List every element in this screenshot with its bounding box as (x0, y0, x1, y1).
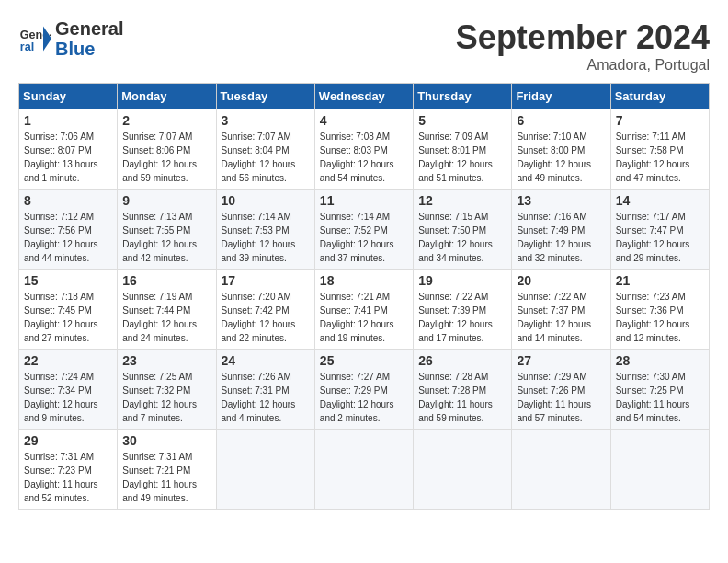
day-info: Sunrise: 7:21 AM Sunset: 7:41 PM Dayligh… (320, 290, 408, 345)
page-header: Gene- ral General Blue September 2024 Am… (18, 18, 710, 74)
week-row-1: 1 Sunrise: 7:06 AM Sunset: 8:07 PM Dayli… (19, 109, 710, 190)
day-info: Sunrise: 7:11 AM Sunset: 7:58 PM Dayligh… (616, 130, 704, 185)
day-28: 28 Sunrise: 7:30 AM Sunset: 7:25 PM Dayl… (610, 350, 709, 430)
day-info: Sunrise: 7:07 AM Sunset: 8:04 PM Dayligh… (222, 130, 310, 185)
day-info: Sunrise: 7:17 AM Sunset: 7:47 PM Dayligh… (616, 210, 704, 265)
day-info: Sunrise: 7:16 AM Sunset: 7:49 PM Dayligh… (517, 210, 605, 265)
day-9: 9 Sunrise: 7:13 AM Sunset: 7:55 PM Dayli… (118, 190, 216, 270)
day-30: 30 Sunrise: 7:31 AM Sunset: 7:21 PM Dayl… (118, 430, 216, 510)
header-tuesday: Tuesday (216, 84, 314, 109)
day-number: 28 (616, 353, 704, 368)
header-saturday: Saturday (610, 84, 709, 109)
day-24: 24 Sunrise: 7:26 AM Sunset: 7:31 PM Dayl… (216, 350, 314, 430)
day-info: Sunrise: 7:14 AM Sunset: 7:53 PM Dayligh… (222, 210, 310, 265)
day-info: Sunrise: 7:07 AM Sunset: 8:06 PM Dayligh… (122, 130, 210, 185)
day-26: 26 Sunrise: 7:28 AM Sunset: 7:28 PM Dayl… (414, 350, 512, 430)
day-number: 8 (24, 193, 112, 208)
day-5: 5 Sunrise: 7:09 AM Sunset: 8:01 PM Dayli… (414, 109, 512, 190)
day-number: 18 (320, 273, 408, 288)
day-1: 1 Sunrise: 7:06 AM Sunset: 8:07 PM Dayli… (19, 109, 118, 190)
day-info: Sunrise: 7:09 AM Sunset: 8:01 PM Dayligh… (418, 130, 506, 185)
header-monday: Monday (118, 84, 216, 109)
day-17: 17 Sunrise: 7:20 AM Sunset: 7:42 PM Dayl… (216, 270, 314, 350)
day-info: Sunrise: 7:13 AM Sunset: 7:55 PM Dayligh… (122, 210, 210, 265)
day-19: 19 Sunrise: 7:22 AM Sunset: 7:39 PM Dayl… (414, 270, 512, 350)
day-22: 22 Sunrise: 7:24 AM Sunset: 7:34 PM Dayl… (19, 350, 118, 430)
day-info: Sunrise: 7:31 AM Sunset: 7:21 PM Dayligh… (122, 450, 210, 505)
month-title: September 2024 (456, 18, 710, 57)
day-16: 16 Sunrise: 7:19 AM Sunset: 7:44 PM Dayl… (118, 270, 216, 350)
day-info: Sunrise: 7:22 AM Sunset: 7:39 PM Dayligh… (418, 290, 506, 345)
weekday-header-row: Sunday Monday Tuesday Wednesday Thursday… (19, 84, 710, 109)
logo: Gene- ral General Blue (18, 18, 123, 59)
empty-cell (216, 430, 314, 510)
title-area: September 2024 Amadora, Portugal (456, 18, 710, 74)
day-10: 10 Sunrise: 7:14 AM Sunset: 7:53 PM Dayl… (216, 190, 314, 270)
svg-text:ral: ral (20, 40, 34, 53)
day-number: 23 (122, 353, 210, 368)
day-info: Sunrise: 7:28 AM Sunset: 7:28 PM Dayligh… (418, 370, 506, 425)
day-number: 25 (320, 353, 408, 368)
day-number: 10 (222, 193, 310, 208)
header-thursday: Thursday (414, 84, 512, 109)
day-number: 22 (24, 353, 112, 368)
day-number: 16 (122, 273, 210, 288)
logo-icon: Gene- ral (18, 22, 51, 55)
day-info: Sunrise: 7:27 AM Sunset: 7:29 PM Dayligh… (320, 370, 408, 425)
calendar-table: Sunday Monday Tuesday Wednesday Thursday… (18, 83, 710, 510)
day-18: 18 Sunrise: 7:21 AM Sunset: 7:41 PM Dayl… (314, 270, 413, 350)
day-20: 20 Sunrise: 7:22 AM Sunset: 7:37 PM Dayl… (512, 270, 610, 350)
day-number: 9 (122, 193, 210, 208)
day-number: 4 (320, 113, 408, 128)
week-row-2: 8 Sunrise: 7:12 AM Sunset: 7:56 PM Dayli… (19, 190, 710, 270)
week-row-3: 15 Sunrise: 7:18 AM Sunset: 7:45 PM Dayl… (19, 270, 710, 350)
day-info: Sunrise: 7:18 AM Sunset: 7:45 PM Dayligh… (24, 290, 112, 345)
day-number: 11 (320, 193, 408, 208)
logo-line1: General (55, 18, 123, 39)
day-number: 24 (222, 353, 310, 368)
day-info: Sunrise: 7:15 AM Sunset: 7:50 PM Dayligh… (418, 210, 506, 265)
header-friday: Friday (512, 84, 610, 109)
day-info: Sunrise: 7:08 AM Sunset: 8:03 PM Dayligh… (320, 130, 408, 185)
day-number: 21 (616, 273, 704, 288)
day-number: 17 (222, 273, 310, 288)
day-number: 15 (24, 273, 112, 288)
empty-cell (414, 430, 512, 510)
day-info: Sunrise: 7:06 AM Sunset: 8:07 PM Dayligh… (24, 130, 112, 185)
day-info: Sunrise: 7:22 AM Sunset: 7:37 PM Dayligh… (517, 290, 605, 345)
day-27: 27 Sunrise: 7:29 AM Sunset: 7:26 PM Dayl… (512, 350, 610, 430)
header-sunday: Sunday (19, 84, 118, 109)
day-25: 25 Sunrise: 7:27 AM Sunset: 7:29 PM Dayl… (314, 350, 413, 430)
day-8: 8 Sunrise: 7:12 AM Sunset: 7:56 PM Dayli… (19, 190, 118, 270)
day-7: 7 Sunrise: 7:11 AM Sunset: 7:58 PM Dayli… (610, 109, 709, 190)
day-info: Sunrise: 7:29 AM Sunset: 7:26 PM Dayligh… (517, 370, 605, 425)
day-info: Sunrise: 7:19 AM Sunset: 7:44 PM Dayligh… (122, 290, 210, 345)
day-number: 26 (418, 353, 506, 368)
day-15: 15 Sunrise: 7:18 AM Sunset: 7:45 PM Dayl… (19, 270, 118, 350)
week-row-5: 29 Sunrise: 7:31 AM Sunset: 7:23 PM Dayl… (19, 430, 710, 510)
location: Amadora, Portugal (456, 57, 710, 74)
day-13: 13 Sunrise: 7:16 AM Sunset: 7:49 PM Dayl… (512, 190, 610, 270)
day-info: Sunrise: 7:24 AM Sunset: 7:34 PM Dayligh… (24, 370, 112, 425)
header-wednesday: Wednesday (314, 84, 413, 109)
day-info: Sunrise: 7:26 AM Sunset: 7:31 PM Dayligh… (222, 370, 310, 425)
day-number: 29 (24, 433, 112, 448)
empty-cell (610, 430, 709, 510)
day-number: 5 (418, 113, 506, 128)
day-info: Sunrise: 7:23 AM Sunset: 7:36 PM Dayligh… (616, 290, 704, 345)
day-info: Sunrise: 7:20 AM Sunset: 7:42 PM Dayligh… (222, 290, 310, 345)
day-number: 13 (517, 193, 605, 208)
day-info: Sunrise: 7:30 AM Sunset: 7:25 PM Dayligh… (616, 370, 704, 425)
day-4: 4 Sunrise: 7:08 AM Sunset: 8:03 PM Dayli… (314, 109, 413, 190)
day-number: 19 (418, 273, 506, 288)
day-info: Sunrise: 7:10 AM Sunset: 8:00 PM Dayligh… (517, 130, 605, 185)
day-number: 7 (616, 113, 704, 128)
day-6: 6 Sunrise: 7:10 AM Sunset: 8:00 PM Dayli… (512, 109, 610, 190)
day-number: 14 (616, 193, 704, 208)
day-number: 2 (122, 113, 210, 128)
day-11: 11 Sunrise: 7:14 AM Sunset: 7:52 PM Dayl… (314, 190, 413, 270)
day-number: 12 (418, 193, 506, 208)
day-number: 3 (222, 113, 310, 128)
day-number: 6 (517, 113, 605, 128)
day-2: 2 Sunrise: 7:07 AM Sunset: 8:06 PM Dayli… (118, 109, 216, 190)
